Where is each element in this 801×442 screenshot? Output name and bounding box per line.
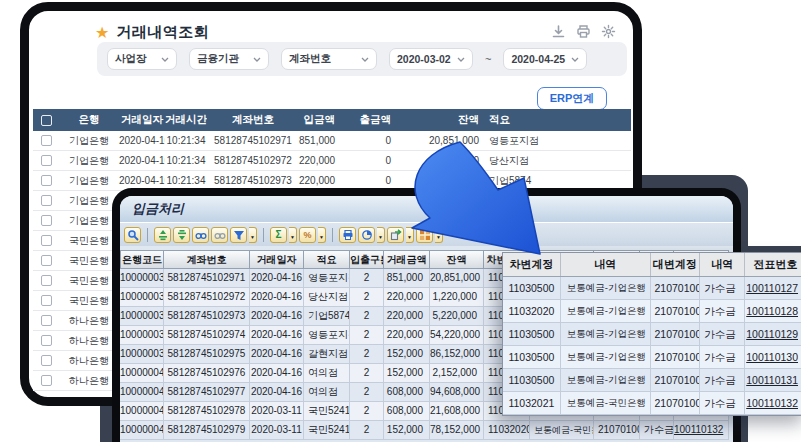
table-cell: 2 xyxy=(350,421,384,440)
financial-institution-select[interactable]: 금융기관 xyxy=(189,48,269,70)
table-cell: 2,152,000 xyxy=(430,364,484,383)
table-cell: 10:21:34 xyxy=(165,135,207,146)
table-cell: 5,220,000 xyxy=(397,175,485,186)
gear-icon[interactable] xyxy=(599,22,617,40)
table-cell: 220,000 xyxy=(384,307,430,326)
filter-icon[interactable] xyxy=(230,227,247,243)
row-checkbox[interactable] xyxy=(41,295,52,306)
journal-row[interactable]: 11030500보통예금-기업은행21070100가수금100110129 xyxy=(503,323,801,346)
printer-icon[interactable] xyxy=(574,22,592,40)
row-checkbox[interactable] xyxy=(41,235,52,246)
layout-icon[interactable] xyxy=(416,227,433,243)
row-checkbox[interactable] xyxy=(41,255,52,266)
date-from-select[interactable]: 2020-03-02 xyxy=(389,48,473,70)
filter-icon-dropdown[interactable]: ▼ xyxy=(249,227,257,243)
table-cell: 21070100 xyxy=(651,277,701,300)
export-icon-dropdown[interactable]: ▼ xyxy=(406,227,414,243)
column-header: 거래일자 xyxy=(250,250,304,269)
column-header: 계좌번호 xyxy=(207,113,299,127)
date-to-select[interactable]: 2020-04-25 xyxy=(503,48,587,70)
table-cell: 11030500 xyxy=(503,369,561,392)
table-cell: 21070100 xyxy=(651,369,701,392)
journal-row[interactable]: 11030500보통예금-기업은행21070100가수금100110131 xyxy=(503,369,801,392)
table-cell: 11030500 xyxy=(503,346,561,369)
table-cell: 가수금 xyxy=(640,421,674,440)
table-cell: 10:21:34 xyxy=(165,175,207,186)
row-checkbox[interactable] xyxy=(41,335,52,346)
column-header: 입금액 xyxy=(299,113,341,127)
row-checkbox[interactable] xyxy=(41,155,52,166)
row-checkbox-cell xyxy=(33,175,59,186)
table-cell: 86,152,000 xyxy=(430,345,484,364)
print-icon[interactable] xyxy=(339,227,356,243)
row-checkbox[interactable] xyxy=(41,315,52,326)
chevron-down-icon xyxy=(457,57,465,62)
journal-row[interactable]: 11030500보통예금-기업은행21070100가수금100110127 xyxy=(503,277,801,300)
table-cell: 보통예금-기업은행 xyxy=(561,369,651,392)
slip-number-link[interactable]: 100110128 xyxy=(745,300,801,323)
slip-number-link[interactable]: 100110127 xyxy=(745,277,801,300)
column-header: 잔액 xyxy=(430,250,484,269)
table-cell: 851,000 xyxy=(299,135,341,146)
table-cell: 608,000 xyxy=(384,383,430,402)
table-row[interactable]: 기업은행2020-04-1610:21:3458128745102971851,… xyxy=(33,131,631,151)
export-icon[interactable] xyxy=(387,227,404,243)
table-cell: 보통예금-국민은행 xyxy=(561,392,651,415)
table-cell: 기업은행 xyxy=(59,194,119,208)
row-checkbox-cell xyxy=(33,375,59,386)
download-icon[interactable] xyxy=(549,22,567,40)
journal-row[interactable]: 11030500보통예금-기업은행21070100가수금100110130 xyxy=(503,346,801,369)
sort-asc-icon[interactable] xyxy=(154,227,171,243)
row-checkbox[interactable] xyxy=(41,175,52,186)
table-cell: 1,220,000 xyxy=(430,288,484,307)
slip-number-link[interactable]: 100110129 xyxy=(745,323,801,346)
table-cell: 21070100 xyxy=(651,300,701,323)
table-cell: 영등포지점 xyxy=(304,326,350,345)
column-header: 적요 xyxy=(485,113,631,127)
table-row[interactable]: 기업은행2020-04-1610:21:3458128745102972220,… xyxy=(33,151,631,171)
table-cell: 10000003 xyxy=(120,269,164,288)
row-checkbox[interactable] xyxy=(41,135,52,146)
find-next-icon[interactable] xyxy=(211,227,228,243)
sum-icon-dropdown[interactable]: ▼ xyxy=(289,227,297,243)
table-cell: 10000003 xyxy=(120,307,164,326)
slip-number-link[interactable]: 100110132 xyxy=(674,421,729,440)
table-cell: 국민은행 xyxy=(59,274,119,288)
row-checkbox[interactable] xyxy=(41,355,52,366)
sort-desc-icon[interactable] xyxy=(173,227,190,243)
account-number-select[interactable]: 계좌번호 xyxy=(281,48,377,70)
journal-row[interactable]: 11032021보통예금-국민은행21070100가수금100110132 xyxy=(503,392,801,415)
erp-link-button[interactable]: ERP연계 xyxy=(537,87,607,110)
sum-icon[interactable]: Σ xyxy=(270,227,287,243)
chevron-down-icon xyxy=(253,57,261,62)
details-icon[interactable] xyxy=(124,227,141,243)
row-checkbox[interactable] xyxy=(41,195,52,206)
views-icon-dropdown[interactable]: ▼ xyxy=(377,227,385,243)
layout-icon-dropdown[interactable]: ▼ xyxy=(435,227,443,243)
select-label: 사업장 xyxy=(115,52,147,66)
journal-row[interactable]: 11032020보통예금-기업은행21070100가수금100110128 xyxy=(503,300,801,323)
select-all-checkbox[interactable] xyxy=(41,115,52,126)
table-cell: 220,000 xyxy=(299,155,341,166)
subtotal-icon-dropdown[interactable]: ▼ xyxy=(318,227,326,243)
table-cell: 여의점 xyxy=(304,383,350,402)
deposit-grid-row[interactable]: 10000004581287451029792020-03-11국민524121… xyxy=(120,421,733,440)
column-header: 내역 xyxy=(700,253,745,276)
views-icon[interactable] xyxy=(358,227,375,243)
find-icon[interactable] xyxy=(192,227,209,243)
row-checkbox[interactable] xyxy=(41,215,52,226)
slip-number-link[interactable]: 100110132 xyxy=(745,392,801,415)
table-cell: 152,000 xyxy=(384,364,430,383)
row-checkbox[interactable] xyxy=(41,375,52,386)
slip-number-link[interactable]: 100110130 xyxy=(745,346,801,369)
slip-number-link[interactable]: 100110131 xyxy=(745,369,801,392)
table-cell: 11032021 xyxy=(503,392,561,415)
table-cell: 21070100 xyxy=(594,421,640,440)
select-label: 2020-04-25 xyxy=(511,53,565,65)
table-cell: 21,608,000 xyxy=(430,402,484,421)
subtotal-icon[interactable]: % xyxy=(299,227,316,243)
row-checkbox[interactable] xyxy=(41,275,52,286)
business-place-select[interactable]: 사업장 xyxy=(107,48,177,70)
date-range-separator: ~ xyxy=(485,53,491,65)
table-cell: 기업은행 xyxy=(59,134,119,148)
